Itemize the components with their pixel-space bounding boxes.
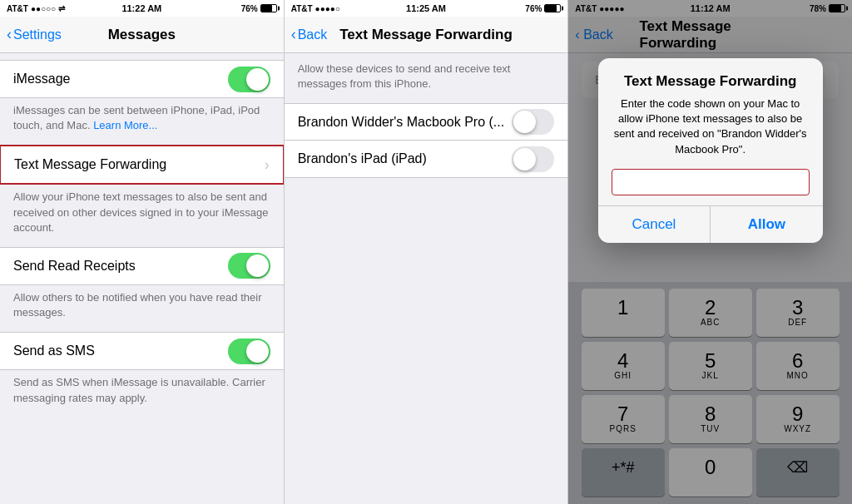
status-right-1: 76% xyxy=(241,4,277,13)
battery-pct-2: 76% xyxy=(525,4,542,13)
back-button-1[interactable]: ‹ Settings xyxy=(7,27,62,42)
panel-dialog: AT&T ●●●●● 11:12 AM 78% ‹ Back Text Mess… xyxy=(567,0,852,504)
carrier-1: AT&T xyxy=(7,4,28,13)
device-cell-1[interactable]: Brandon's iPad (iPad) xyxy=(285,141,568,177)
srr-group: Send Read Receipts xyxy=(0,247,284,285)
device-name-1: Brandon's iPad (iPad) xyxy=(298,151,427,166)
carrier-2: AT&T xyxy=(291,4,313,13)
srr-label: Send Read Receipts xyxy=(13,259,136,274)
status-bar-2: AT&T ●●●●○ 11:25 AM 76% xyxy=(285,0,568,17)
status-left-2: AT&T ●●●●○ xyxy=(291,4,340,13)
dialog-overlay: Text Message Forwarding Enter the code s… xyxy=(568,0,852,504)
signal-2: ●●●●○ xyxy=(315,4,340,13)
p2-intro: Allow these devices to send and receive … xyxy=(285,53,568,103)
imessage-cell[interactable]: iMessage xyxy=(0,61,284,97)
dialog-buttons: Cancel Allow xyxy=(598,205,823,243)
nav-title-2: Text Message Forwarding xyxy=(339,27,513,43)
imessage-toggle[interactable] xyxy=(228,67,270,92)
battery-pct-1: 76% xyxy=(241,4,258,13)
status-bar-1: AT&T ●●○○○ ⇌ 11:22 AM 76% xyxy=(0,0,284,17)
dialog-cancel-button[interactable]: Cancel xyxy=(598,206,711,243)
back-label-1: Settings xyxy=(13,27,62,42)
signal-1: ●●○○○ xyxy=(31,4,56,13)
imessage-label: iMessage xyxy=(13,72,70,86)
device-toggle-1[interactable] xyxy=(512,146,554,172)
content-1: iMessage iMessages can be sent between i… xyxy=(0,53,284,504)
time-2: 11:25 AM xyxy=(406,3,446,13)
nav-bar-2: ‹ Back Text Message Forwarding xyxy=(285,17,568,53)
back-chevron-2: ‹ xyxy=(291,27,296,42)
battery-icon-1 xyxy=(260,4,277,12)
sas-label: Send as SMS xyxy=(13,343,95,358)
tmf-disclosure: › xyxy=(265,156,270,174)
tmf-cell[interactable]: Text Message Forwarding › xyxy=(1,146,283,183)
device-toggle-0[interactable] xyxy=(512,109,554,135)
battery-icon-2 xyxy=(544,4,561,12)
dialog-content: Text Message Forwarding Enter the code s… xyxy=(598,58,823,205)
imessage-footer: iMessages can be sent between iPhone, iP… xyxy=(0,98,284,145)
sas-cell[interactable]: Send as SMS xyxy=(0,333,284,369)
srr-footer: Allow others to be notified when you hav… xyxy=(0,285,284,332)
nav-title-1: Messages xyxy=(108,27,176,43)
panel-messages-settings: AT&T ●●○○○ ⇌ 11:22 AM 76% ‹ Settings Mes… xyxy=(0,0,284,504)
imessage-group: iMessage xyxy=(0,60,284,98)
status-left-1: AT&T ●●○○○ ⇌ xyxy=(7,4,65,13)
tmf-group: Text Message Forwarding › xyxy=(0,145,284,185)
dialog-code-input[interactable] xyxy=(612,169,810,195)
content-2: Allow these devices to send and receive … xyxy=(285,53,568,504)
sas-footer: Send as SMS when iMessage is unavailable… xyxy=(0,370,284,417)
tmf-label: Text Message Forwarding xyxy=(14,157,166,172)
dialog-message: Enter the code shown on your Mac to allo… xyxy=(612,96,810,157)
tmf-footer: Allow your iPhone text messages to also … xyxy=(0,185,284,247)
learn-more-link[interactable]: Learn More... xyxy=(93,119,157,131)
device-cell-0[interactable]: Brandon Widder's Macbook Pro (... xyxy=(285,104,568,141)
back-button-2[interactable]: ‹ Back xyxy=(291,27,328,42)
srr-toggle[interactable] xyxy=(228,253,270,279)
status-right-2: 76% xyxy=(525,4,561,13)
devices-group: Brandon Widder's Macbook Pro (... Brando… xyxy=(285,103,568,178)
dialog-allow-button[interactable]: Allow xyxy=(710,206,823,243)
sas-group: Send as SMS xyxy=(0,332,284,370)
dialog-title: Text Message Forwarding xyxy=(612,73,810,90)
dialog-box: Text Message Forwarding Enter the code s… xyxy=(598,58,823,243)
srr-cell[interactable]: Send Read Receipts xyxy=(0,248,284,284)
time-1: 11:22 AM xyxy=(121,3,161,13)
device-name-0: Brandon Widder's Macbook Pro (... xyxy=(298,115,505,130)
wifi-1: ⇌ xyxy=(58,4,65,13)
nav-bar-1: ‹ Settings Messages xyxy=(0,17,284,53)
back-label-2: Back xyxy=(298,27,328,42)
back-chevron-1: ‹ xyxy=(7,27,12,42)
sas-toggle[interactable] xyxy=(228,338,270,364)
panel-tmf: AT&T ●●●●○ 11:25 AM 76% ‹ Back Text Mess… xyxy=(284,0,568,504)
